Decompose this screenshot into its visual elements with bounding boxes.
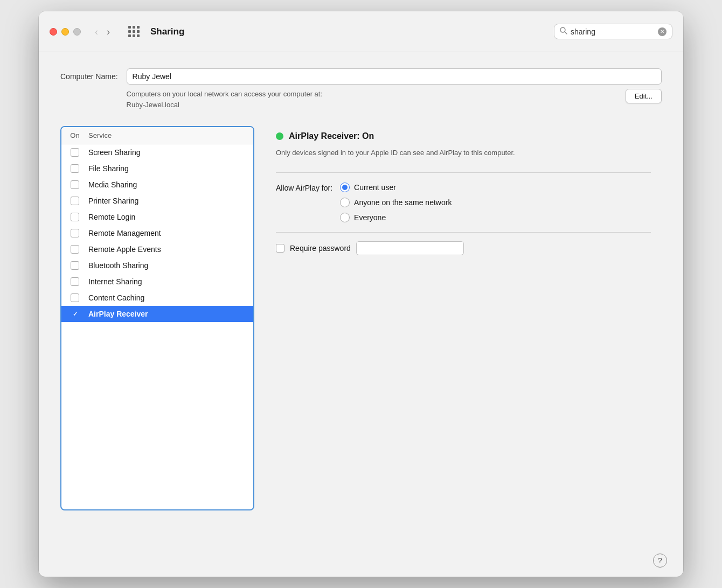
service-name-remote-login: Remote Login [88,213,253,221]
services-header-service: Service [88,131,253,139]
grid-icon[interactable] [128,26,140,37]
require-password-label: Require password [290,244,351,253]
service-row-remote-login[interactable]: Remote Login [61,209,253,225]
radio-option-everyone[interactable]: Everyone [340,213,452,222]
divider-1 [276,172,651,173]
service-checkbox-internet-sharing[interactable] [71,277,79,286]
airplay-description: Only devices signed in to your Apple ID … [276,148,651,158]
airplay-title: AirPlay Receiver: On [289,131,374,141]
services-list: On Service Screen SharingFile SharingMed… [60,126,254,510]
edit-button[interactable]: Edit... [626,89,662,103]
close-button[interactable] [50,28,57,36]
service-name-bluetooth-sharing: Bluetooth Sharing [88,261,253,270]
nav-buttons: ‹ › [92,25,113,39]
detail-panel: AirPlay Receiver: On Only devices signed… [265,126,662,510]
main-window: ‹ › Sharing ✕ [39,11,683,577]
service-checkbox-screen-sharing[interactable] [71,148,79,157]
service-row-file-sharing[interactable]: File Sharing [61,160,253,177]
help-button[interactable]: ? [653,554,667,568]
content-area: Computer Name: Computers on your local n… [39,52,683,544]
service-row-remote-management[interactable]: Remote Management [61,225,253,241]
service-name-internet-sharing: Internet Sharing [88,277,253,286]
main-panel: On Service Screen SharingFile SharingMed… [60,126,662,510]
bottom-bar: ? [39,544,683,577]
service-name-remote-apple-events: Remote Apple Events [88,245,253,254]
radio-label-same-network: Anyone on the same network [354,198,452,207]
service-checkbox-bluetooth-sharing[interactable] [71,261,79,270]
service-row-remote-apple-events[interactable]: Remote Apple Events [61,241,253,257]
computer-name-input[interactable] [127,68,662,85]
radio-circle-everyone[interactable] [340,213,350,222]
service-checkbox-media-sharing[interactable] [71,180,79,189]
service-name-remote-management: Remote Management [88,229,253,237]
radio-option-current-user[interactable]: Current user [340,183,452,192]
radio-label-current-user: Current user [354,183,396,192]
service-name-file-sharing: File Sharing [88,164,253,173]
service-row-airplay-receiver[interactable]: AirPlay Receiver [61,306,253,322]
svg-line-1 [565,32,567,34]
fullscreen-button[interactable] [73,28,81,36]
require-password-row: Require password [276,241,651,255]
service-name-printer-sharing: Printer Sharing [88,197,253,205]
radio-option-same-network[interactable]: Anyone on the same network [340,198,452,207]
service-checkbox-airplay-receiver[interactable] [71,310,79,318]
window-title: Sharing [150,26,547,37]
search-input[interactable] [571,27,655,36]
service-checkbox-content-caching[interactable] [71,293,79,302]
computer-name-desc-text: Computers on your local network can acce… [127,89,322,110]
services-rows: Screen SharingFile SharingMedia SharingP… [61,144,253,509]
services-header-on: On [61,131,88,139]
search-clear-button[interactable]: ✕ [658,27,667,36]
require-password-checkbox[interactable] [276,244,284,253]
service-row-printer-sharing[interactable]: Printer Sharing [61,193,253,209]
divider-2 [276,232,651,233]
forward-button[interactable]: › [103,25,113,39]
allow-label: Allow AirPlay for: [276,183,332,192]
password-input[interactable] [356,241,464,255]
computer-name-section: Computer Name: Computers on your local n… [60,68,662,110]
search-icon [560,27,567,36]
titlebar: ‹ › Sharing ✕ [39,11,683,52]
service-row-screen-sharing[interactable]: Screen Sharing [61,144,253,160]
service-name-media-sharing: Media Sharing [88,180,253,189]
service-row-content-caching[interactable]: Content Caching [61,290,253,306]
service-checkbox-remote-management[interactable] [71,229,79,237]
service-checkbox-printer-sharing[interactable] [71,197,79,205]
computer-name-right: Computers on your local network can acce… [127,68,662,110]
radio-circle-current-user[interactable] [340,183,350,192]
service-name-content-caching: Content Caching [88,293,253,302]
status-dot [276,132,283,140]
service-checkbox-remote-login[interactable] [71,213,79,221]
computer-name-desc: Computers on your local network can acce… [127,89,662,110]
search-bar: ✕ [554,24,672,39]
service-name-screen-sharing: Screen Sharing [88,148,253,157]
allow-section: Allow AirPlay for: Current userAnyone on… [276,183,651,222]
minimize-button[interactable] [61,28,69,36]
service-row-media-sharing[interactable]: Media Sharing [61,177,253,193]
radio-group: Current userAnyone on the same networkEv… [340,183,452,222]
back-button[interactable]: ‹ [92,25,101,39]
services-header: On Service [61,127,253,144]
airplay-status-row: AirPlay Receiver: On [276,131,651,141]
service-checkbox-file-sharing[interactable] [71,164,79,173]
service-name-airplay-receiver: AirPlay Receiver [88,310,253,318]
service-row-internet-sharing[interactable]: Internet Sharing [61,274,253,290]
computer-name-label: Computer Name: [60,68,118,81]
radio-circle-same-network[interactable] [340,198,350,207]
traffic-lights [50,28,81,36]
service-row-bluetooth-sharing[interactable]: Bluetooth Sharing [61,257,253,274]
service-checkbox-remote-apple-events[interactable] [71,245,79,254]
radio-label-everyone: Everyone [354,213,386,222]
